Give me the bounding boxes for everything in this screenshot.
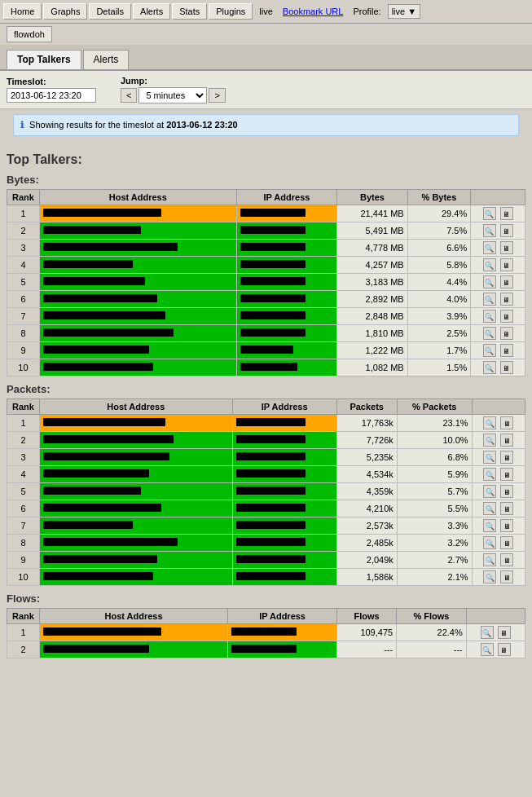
home-button[interactable]: Home <box>3 3 42 20</box>
ip-cell <box>232 449 336 466</box>
monitor-icon-btn[interactable]: 🖥 <box>500 536 513 549</box>
search-icon-btn[interactable]: 🔍 <box>483 207 496 220</box>
bytes-pct: 1.5% <box>407 359 471 376</box>
action-icons: 🔍 🖥 <box>482 572 514 582</box>
host-cell <box>39 449 232 466</box>
host-cell <box>39 291 236 308</box>
ip-cell <box>228 641 337 658</box>
monitor-icon-btn[interactable]: 🖥 <box>500 241 513 254</box>
ip-cell <box>232 483 336 500</box>
action-icons: 🔍 🖥 <box>482 277 514 287</box>
monitor-icon-btn[interactable]: 🖥 <box>500 327 513 340</box>
bytes-value: 4,257 MB <box>337 257 407 274</box>
action-icons: 🔍 🖥 <box>482 418 514 428</box>
bytes-value: 5,491 MB <box>337 222 407 240</box>
bytes-col-ip: IP Address <box>236 190 337 205</box>
monitor-icon-btn[interactable]: 🖥 <box>500 207 513 220</box>
rank-cell: 1 <box>7 624 40 641</box>
rank-cell: 10 <box>7 359 40 376</box>
action-icons: 🔍 🖥 <box>482 311 514 321</box>
info-bar: ℹ Showing results for the timeslot at 20… <box>13 114 519 136</box>
timeslot-input[interactable] <box>7 88 96 103</box>
monitor-icon-btn[interactable]: 🖥 <box>498 643 511 656</box>
monitor-icon-btn[interactable]: 🖥 <box>500 275 513 288</box>
search-icon-btn[interactable]: 🔍 <box>483 570 496 583</box>
bytes-pct: 3.9% <box>407 308 471 325</box>
search-icon-btn[interactable]: 🔍 <box>483 468 496 481</box>
search-icon-btn[interactable]: 🔍 <box>483 434 496 447</box>
search-icon-btn[interactable]: 🔍 <box>483 553 496 566</box>
prev-button[interactable]: < <box>121 88 137 103</box>
plugins-button[interactable]: Plugins <box>209 3 253 20</box>
monitor-icon-btn[interactable]: 🖥 <box>500 293 513 306</box>
bytes-value: 2,892 MB <box>337 291 407 308</box>
search-icon-btn[interactable]: 🔍 <box>483 451 496 464</box>
table-row: 4 4,534k 5.9% 🔍 🖥 <box>7 466 525 483</box>
table-row: 8 2,485k 3.2% 🔍 🖥 <box>7 535 525 552</box>
monitor-icon-btn[interactable]: 🖥 <box>500 258 513 271</box>
monitor-icon-btn[interactable]: 🖥 <box>500 434 513 447</box>
bytes-value: 1,810 MB <box>337 325 407 342</box>
bytes-pct: 1.7% <box>407 342 471 359</box>
search-icon-btn[interactable]: 🔍 <box>483 502 496 515</box>
search-icon-btn[interactable]: 🔍 <box>483 224 496 237</box>
timeslot-label: Timeslot: <box>7 77 96 86</box>
search-icon-btn[interactable]: 🔍 <box>483 416 496 429</box>
rank-cell: 5 <box>7 483 40 500</box>
monitor-icon-btn[interactable]: 🖥 <box>500 416 513 429</box>
monitor-icon-btn[interactable]: 🖥 <box>500 502 513 515</box>
bookmark-url-link[interactable]: Bookmark URL <box>279 4 347 19</box>
packets-pct: 3.2% <box>397 535 472 552</box>
tab-alerts[interactable]: Alerts <box>83 50 130 69</box>
search-icon-btn[interactable]: 🔍 <box>483 485 496 498</box>
flows-pct: --- <box>397 641 467 658</box>
search-icon-btn[interactable]: 🔍 <box>481 643 494 656</box>
search-icon-btn[interactable]: 🔍 <box>483 536 496 549</box>
monitor-icon-btn[interactable]: 🖥 <box>500 224 513 237</box>
controls-bar: Timeslot: Jump: < 5 minutes 10 minutes 1… <box>0 71 532 109</box>
bytes-pct: 6.6% <box>407 240 471 257</box>
jump-select[interactable]: 5 minutes 10 minutes 15 minutes 30 minut… <box>138 87 207 103</box>
actions-cell: 🔍 🖥 <box>471 274 525 291</box>
packets-value: 2,049k <box>336 552 397 569</box>
action-icons: 🔍 🖥 <box>480 627 512 637</box>
search-icon-btn[interactable]: 🔍 <box>483 327 496 340</box>
bytes-col-bytes: Bytes <box>337 190 407 205</box>
monitor-icon-btn[interactable]: 🖥 <box>500 570 513 583</box>
monitor-icon-btn[interactable]: 🖥 <box>500 344 513 357</box>
tab-top-talkers[interactable]: Top Talkers <box>7 50 81 69</box>
search-icon-btn[interactable]: 🔍 <box>483 344 496 357</box>
alerts-button[interactable]: Alerts <box>133 3 170 20</box>
monitor-icon-btn[interactable]: 🖥 <box>500 519 513 532</box>
packets-col-pct: % Packets <box>397 399 472 415</box>
search-icon-btn[interactable]: 🔍 <box>483 293 496 306</box>
packets-value: 7,726k <box>336 432 397 449</box>
graphs-button[interactable]: Graphs <box>43 3 87 20</box>
monitor-icon-btn[interactable]: 🖥 <box>500 310 513 323</box>
action-icons: 🔍 🖥 <box>482 469 514 479</box>
next-button[interactable]: > <box>209 88 225 103</box>
actions-cell: 🔍 🖥 <box>466 641 525 658</box>
host-cell <box>39 274 236 291</box>
monitor-icon-btn[interactable]: 🖥 <box>500 451 513 464</box>
search-icon-btn[interactable]: 🔍 <box>481 626 494 639</box>
live-select-button[interactable]: live ▼ <box>388 4 420 19</box>
search-icon-btn[interactable]: 🔍 <box>483 275 496 288</box>
bytes-pct: 4.0% <box>407 291 471 308</box>
monitor-icon-btn[interactable]: 🖥 <box>498 626 511 639</box>
search-icon-btn[interactable]: 🔍 <box>483 310 496 323</box>
monitor-icon-btn[interactable]: 🖥 <box>500 553 513 566</box>
search-icon-btn[interactable]: 🔍 <box>483 258 496 271</box>
monitor-icon-btn[interactable]: 🖥 <box>500 485 513 498</box>
packets-col-ip: IP Address <box>232 399 336 415</box>
monitor-icon-btn[interactable]: 🖥 <box>500 361 513 374</box>
search-icon-btn[interactable]: 🔍 <box>483 241 496 254</box>
packets-pct: 2.7% <box>397 552 472 569</box>
app-title: flowdoh <box>7 26 52 42</box>
search-icon-btn[interactable]: 🔍 <box>483 519 496 532</box>
monitor-icon-btn[interactable]: 🖥 <box>500 468 513 481</box>
stats-button[interactable]: Stats <box>172 3 207 20</box>
host-cell <box>39 342 236 359</box>
details-button[interactable]: Details <box>89 3 131 20</box>
search-icon-btn[interactable]: 🔍 <box>483 361 496 374</box>
